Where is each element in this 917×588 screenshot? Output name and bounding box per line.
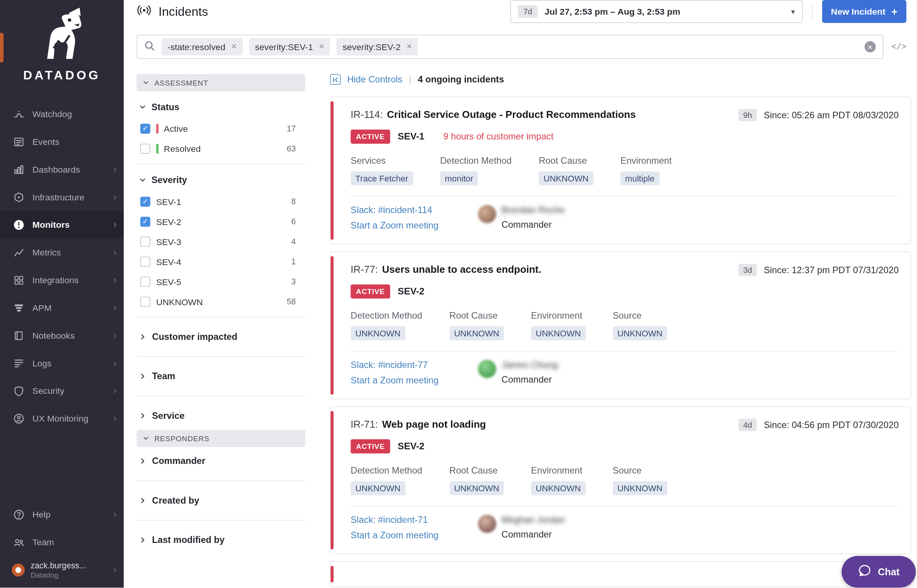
created-by-group-header[interactable]: Created by bbox=[137, 486, 305, 514]
sidebar-item-label: Help bbox=[32, 509, 51, 519]
commander-avatar bbox=[478, 515, 496, 533]
filter-row-sev2[interactable]: ✓ SEV-2 6 bbox=[137, 212, 305, 232]
content: ASSESSMENT Status ✓ Active 17 Resolved 6… bbox=[124, 74, 917, 588]
filter-row-sev4[interactable]: SEV-4 1 bbox=[137, 252, 305, 272]
filter-chip-state-resolved[interactable]: -state:resolved × bbox=[162, 38, 243, 55]
card-title-row: IR-114: Critical Service Outage - Produc… bbox=[351, 109, 898, 121]
last-modified-by-group-header[interactable]: Last modified by bbox=[137, 526, 305, 554]
card-title-row: IR-71: Web page not loading 4d Since: 04… bbox=[351, 419, 898, 431]
close-icon[interactable]: × bbox=[319, 43, 324, 51]
sidebar-item-help[interactable]: Help › bbox=[0, 501, 124, 528]
sidebar-item-apm[interactable]: APM › bbox=[0, 294, 124, 322]
field-detection-method: Detection Method UNKNOWN bbox=[351, 310, 422, 340]
checkbox-checked[interactable]: ✓ bbox=[140, 217, 150, 227]
commander-info: James Chung Commander bbox=[502, 360, 558, 385]
user-name: zack.burgess... bbox=[30, 561, 86, 570]
watchdog-icon bbox=[13, 108, 25, 120]
close-icon[interactable]: × bbox=[406, 43, 412, 51]
responders-section-header[interactable]: RESPONDERS bbox=[137, 430, 305, 447]
field-value-tag[interactable]: UNKNOWN bbox=[351, 326, 405, 341]
sidebar-item-dashboards[interactable]: Dashboards › bbox=[0, 155, 124, 183]
datadog-logo[interactable]: DATADOG bbox=[0, 0, 124, 85]
service-group-header[interactable]: Service bbox=[137, 402, 305, 430]
sidebar-item-security[interactable]: Security › bbox=[0, 377, 124, 405]
field-value-tag[interactable]: UNKNOWN bbox=[531, 481, 585, 496]
slack-link[interactable]: Slack: #incident-114 bbox=[351, 205, 478, 216]
filter-row-resolved[interactable]: Resolved 63 bbox=[137, 138, 305, 158]
zoom-link[interactable]: Start a Zoom meeting bbox=[351, 530, 478, 541]
field-value-tag[interactable]: UNKNOWN bbox=[613, 481, 667, 496]
zoom-link[interactable]: Start a Zoom meeting bbox=[351, 220, 478, 231]
incident-card-ir-114[interactable]: IR-114: Critical Service Outage - Produc… bbox=[330, 97, 911, 245]
incident-card-partial[interactable] bbox=[330, 561, 911, 587]
zoom-link[interactable]: Start a Zoom meeting bbox=[351, 375, 478, 386]
severity-group-header[interactable]: Severity bbox=[139, 175, 305, 186]
field-root-cause: Root Cause UNKNOWN bbox=[539, 155, 593, 185]
ongoing-count: 4 ongoing incidents bbox=[418, 74, 504, 85]
chevron-right-icon: › bbox=[113, 330, 117, 340]
user-menu[interactable]: zack.burgess... Datadog › bbox=[0, 556, 124, 585]
sidebar-item-team[interactable]: Team bbox=[0, 528, 124, 556]
infrastructure-icon bbox=[13, 191, 25, 203]
filter-chip-severity-sev1[interactable]: severity:SEV-1 × bbox=[249, 38, 330, 55]
sidebar-item-ux-monitoring[interactable]: UX Monitoring › bbox=[0, 405, 124, 432]
close-icon[interactable]: × bbox=[231, 43, 237, 51]
field-value-tag[interactable]: Trace Fetcher bbox=[351, 171, 413, 186]
chevron-right-icon: › bbox=[113, 413, 117, 423]
checkbox-checked[interactable]: ✓ bbox=[140, 197, 150, 207]
collapse-panel-icon[interactable] bbox=[330, 74, 341, 85]
clear-search-button[interactable]: × bbox=[865, 41, 876, 52]
checkbox-unchecked[interactable] bbox=[140, 237, 150, 247]
group-label: Team bbox=[152, 371, 175, 382]
incident-age-badge: 3d bbox=[738, 264, 757, 276]
sidebar-item-logs[interactable]: Logs › bbox=[0, 349, 124, 377]
sidebar-item-monitors[interactable]: Monitors › bbox=[0, 211, 124, 239]
field-value-tag[interactable]: UNKNOWN bbox=[351, 481, 405, 496]
new-incident-button[interactable]: New Incident + bbox=[822, 0, 907, 23]
commander-block: James Chung Commander bbox=[478, 360, 558, 385]
commander-group-header[interactable]: Commander bbox=[137, 447, 305, 475]
sidebar-item-events[interactable]: Events bbox=[0, 128, 124, 156]
status-group-header[interactable]: Status bbox=[139, 102, 305, 113]
sidebar-item-infrastructure[interactable]: Infrastructure › bbox=[0, 183, 124, 211]
checkbox-unchecked[interactable] bbox=[140, 143, 150, 153]
checkbox-unchecked[interactable] bbox=[140, 257, 150, 267]
assessment-section-header[interactable]: ASSESSMENT bbox=[137, 74, 305, 91]
filter-row-sev1[interactable]: ✓ SEV-1 8 bbox=[137, 192, 305, 212]
field-value-tag[interactable]: multiple bbox=[620, 171, 659, 186]
field-value-tag[interactable]: UNKNOWN bbox=[449, 326, 504, 341]
slack-link[interactable]: Slack: #incident-71 bbox=[351, 515, 478, 526]
filter-chip-severity-sev2[interactable]: severity:SEV-2 × bbox=[337, 38, 418, 55]
time-range-picker[interactable]: 7d Jul 27, 2:53 pm – Aug 3, 2:53 pm ▾ bbox=[510, 0, 802, 23]
checkbox-unchecked[interactable] bbox=[140, 296, 150, 306]
sidebar-item-label: Logs bbox=[32, 358, 52, 368]
field-value-tag[interactable]: UNKNOWN bbox=[531, 326, 585, 341]
chevron-right-icon bbox=[139, 457, 146, 464]
filter-row-unknown[interactable]: UNKNOWN 58 bbox=[137, 291, 305, 311]
query-syntax-icon[interactable]: </> bbox=[892, 42, 907, 51]
sidebar-item-metrics[interactable]: Metrics › bbox=[0, 239, 124, 266]
customer-impacted-group-header[interactable]: Customer impacted bbox=[137, 323, 305, 351]
filter-row-active[interactable]: ✓ Active 17 bbox=[137, 118, 305, 138]
chevron-right-icon: › bbox=[113, 358, 117, 368]
field-value-tag[interactable]: UNKNOWN bbox=[613, 326, 667, 341]
chevron-down-icon[interactable]: ▾ bbox=[791, 7, 795, 16]
filter-row-sev5[interactable]: SEV-5 3 bbox=[137, 272, 305, 292]
sidebar-item-notebooks[interactable]: Notebooks › bbox=[0, 321, 124, 349]
hide-controls-link[interactable]: Hide Controls bbox=[347, 74, 403, 85]
checkbox-checked[interactable]: ✓ bbox=[140, 123, 150, 133]
incidents-icon bbox=[137, 3, 152, 20]
field-value-tag[interactable]: UNKNOWN bbox=[449, 481, 504, 496]
sidebar-item-watchdog[interactable]: Watchdog bbox=[0, 100, 124, 128]
field-value-tag[interactable]: monitor bbox=[440, 171, 478, 186]
incident-card-ir-71[interactable]: IR-71: Web page not loading 4d Since: 04… bbox=[330, 407, 911, 554]
search-input[interactable]: -state:resolved × severity:SEV-1 × sever… bbox=[137, 35, 883, 59]
checkbox-unchecked[interactable] bbox=[140, 277, 150, 287]
filter-row-sev3[interactable]: SEV-3 4 bbox=[137, 232, 305, 252]
field-value-tag[interactable]: UNKNOWN bbox=[539, 171, 593, 186]
incident-card-ir-77[interactable]: IR-77: Users unable to access endpoint. … bbox=[330, 252, 911, 400]
chat-button[interactable]: Chat bbox=[841, 556, 916, 588]
slack-link[interactable]: Slack: #incident-77 bbox=[351, 360, 478, 371]
sidebar-item-integrations[interactable]: Integrations › bbox=[0, 266, 124, 294]
team-group-header[interactable]: Team bbox=[137, 362, 305, 390]
